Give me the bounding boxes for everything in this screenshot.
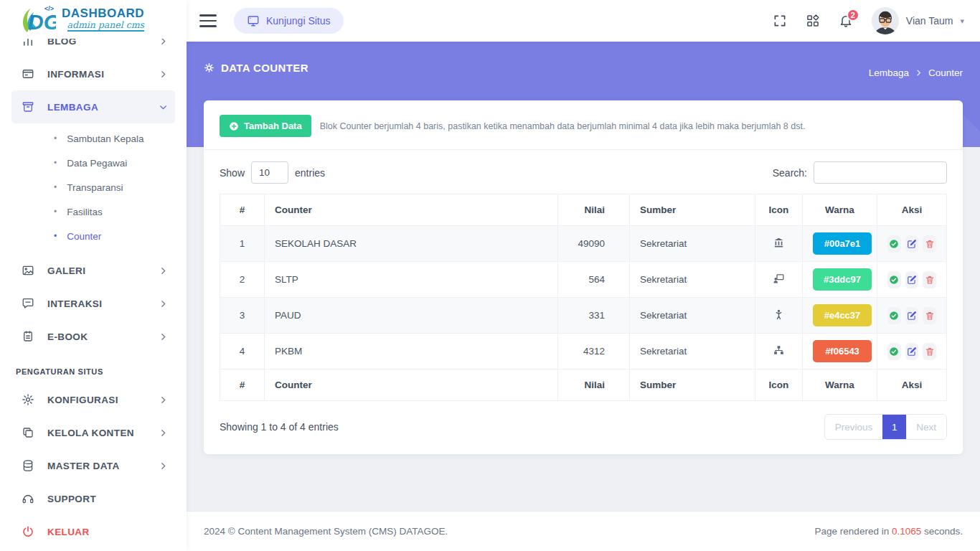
monitor-icon: [247, 14, 260, 27]
edit-button[interactable]: [905, 271, 919, 288]
visit-site-button[interactable]: Kunjungi Situs: [234, 8, 344, 34]
pagination-next[interactable]: Next: [906, 415, 946, 439]
show-label: Show: [220, 167, 245, 179]
col-header-nilai[interactable]: Nilai: [558, 194, 630, 226]
chevron-right-icon: [159, 266, 168, 276]
submenu-item-transparansi[interactable]: Transparansi: [11, 175, 175, 199]
sidebar-item-interaksi[interactable]: INTERAKSI: [11, 287, 175, 320]
render-time-text: Page rendered in 0.1065 seconds.: [815, 526, 963, 537]
edit-button[interactable]: [905, 235, 919, 253]
color-badge: #3ddc97: [813, 268, 872, 291]
col-header-no[interactable]: #: [220, 194, 265, 226]
cell-sumber: Sekretariat: [630, 262, 755, 298]
delete-button[interactable]: [923, 343, 936, 360]
table-row: 3 PAUD 331 Sekretariat #e4cc37: [220, 298, 947, 334]
brand-subtitle: admin panel cms: [67, 21, 144, 32]
approve-button[interactable]: [887, 343, 901, 360]
brand-title: DASHBOARD: [62, 7, 144, 19]
sidebar-item-support[interactable]: SUPPORT: [11, 482, 175, 515]
col-footer-nilai: Nilai: [558, 369, 630, 401]
sidebar-item-galeri[interactable]: GALERI: [11, 254, 175, 287]
search-input[interactable]: [814, 161, 947, 184]
sidebar-item-ebook[interactable]: E-BOOK: [11, 320, 175, 353]
color-badge: #f06543: [813, 340, 872, 362]
child-icon: [773, 309, 785, 321]
database-icon: [22, 459, 34, 472]
breadcrumb-current: Counter: [928, 67, 963, 78]
approve-button[interactable]: [887, 307, 901, 324]
bell-icon[interactable]: 2: [839, 14, 853, 28]
chevron-right-icon: [159, 428, 168, 438]
breadcrumb-parent[interactable]: Lembaga: [869, 67, 909, 78]
pagination-page-1[interactable]: 1: [882, 415, 906, 439]
menu-toggle-icon[interactable]: [199, 14, 217, 27]
sidebar-menu: BLOG INFORMASI LEMBAGA: [0, 39, 187, 551]
col-header-sumber[interactable]: Sumber: [630, 194, 755, 226]
sidebar-section-pengaturan-situs: PENGATURAN SITUS: [11, 353, 175, 383]
app: DG </> DASHBOARD admin panel cms BLOG: [0, 0, 980, 551]
sidebar-item-label: KELOLA KONTEN: [47, 428, 159, 438]
sidebar-item-keluar[interactable]: KELUAR: [11, 515, 175, 548]
edit-button[interactable]: [905, 307, 919, 324]
search-label: Search:: [773, 167, 807, 179]
table-row: 4 PKBM 4312 Sekretariat #f06543: [220, 334, 947, 369]
sidebar-item-konfigurasi[interactable]: KONFIGURASI: [11, 383, 175, 416]
edit-icon: [907, 239, 917, 249]
apps-grid-icon[interactable]: [806, 14, 820, 28]
delete-button[interactable]: [923, 271, 936, 288]
teacher-board-icon: [773, 273, 785, 285]
submenu-item-counter[interactable]: Counter: [11, 224, 175, 248]
power-icon: [22, 525, 34, 538]
cell-sumber: Sekretariat: [630, 226, 755, 262]
sidebar-item-label: GALERI: [47, 265, 159, 276]
sidebar-item-label: SUPPORT: [47, 494, 168, 504]
chevron-right-icon: [159, 395, 168, 405]
image-icon: [22, 264, 34, 277]
sidebar-item-label: MASTER DATA: [47, 461, 159, 471]
table-info: Showing 1 to 4 of 4 entries: [220, 421, 339, 433]
main-area: Kunjungi Situs 2: [187, 0, 980, 551]
col-header-counter[interactable]: Counter: [265, 194, 558, 226]
cell-nilai: 49090: [558, 226, 630, 262]
table-row: 2 SLTP 564 Sekretariat #3ddc97: [220, 262, 947, 298]
sidebar-item-label: BLOG: [47, 39, 159, 47]
add-data-button[interactable]: Tambah Data: [220, 115, 311, 137]
chevron-right-icon: [159, 39, 168, 46]
sidebar-item-master-data[interactable]: MASTER DATA: [11, 449, 175, 482]
edit-button[interactable]: [905, 343, 919, 360]
counter-table: # Counter Nilai Sumber Icon Warna Aksi 1: [220, 194, 947, 401]
pagination-previous[interactable]: Previous: [825, 415, 883, 439]
user-menu[interactable]: Vian Taum ▾: [872, 7, 964, 34]
topbar: Kunjungi Situs 2: [187, 0, 980, 42]
page-length-select[interactable]: 10: [251, 161, 288, 184]
sidebar-item-label: KONFIGURASI: [47, 395, 159, 405]
landmark-icon: [773, 237, 785, 249]
cell-no: 3: [220, 298, 265, 334]
fullscreen-icon[interactable]: [773, 14, 787, 28]
approve-button[interactable]: [887, 235, 901, 253]
sidebar-item-blog[interactable]: BLOG: [11, 39, 175, 57]
add-data-label: Tambah Data: [244, 121, 302, 131]
approve-button[interactable]: [887, 271, 901, 288]
check-circle-icon: [889, 347, 899, 357]
edit-icon: [907, 275, 917, 285]
cell-counter: PKBM: [265, 334, 558, 369]
delete-button[interactable]: [923, 307, 936, 324]
sidebar-item-kelola-konten[interactable]: KELOLA KONTEN: [11, 416, 175, 449]
cell-sumber: Sekretariat: [630, 298, 755, 334]
col-header-aksi[interactable]: Aksi: [877, 194, 947, 226]
bar-chart-icon: [22, 39, 34, 47]
archive-icon: [22, 100, 34, 113]
sidebar-item-informasi[interactable]: INFORMASI: [11, 57, 175, 90]
headset-icon: [22, 492, 34, 505]
sidebar-item-label: INTERAKSI: [47, 298, 159, 309]
sidebar-item-lembaga[interactable]: LEMBAGA: [11, 90, 175, 123]
chat-icon: [22, 297, 34, 310]
submenu-item-sambutan-kepala[interactable]: Sambutan Kepala: [11, 126, 175, 151]
delete-button[interactable]: [923, 235, 936, 253]
submenu-item-data-pegawai[interactable]: Data Pegawai: [11, 151, 175, 175]
col-header-icon[interactable]: Icon: [755, 194, 803, 226]
check-circle-icon: [889, 239, 899, 249]
submenu-item-fasilitas[interactable]: Fasilitas: [11, 199, 175, 224]
col-header-warna[interactable]: Warna: [803, 194, 877, 226]
